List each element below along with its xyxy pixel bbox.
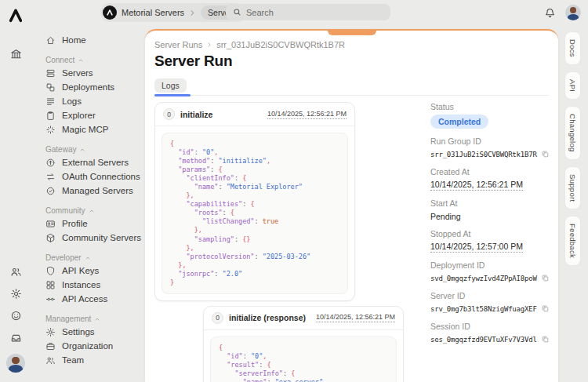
managed-icon [45,186,56,196]
inbox-icon [10,332,22,344]
log-card-header[interactable]: 0initialize (response)10/14/2025, 12:56:… [204,307,403,330]
log-card-initialize: 0initialize10/14/2025, 12:56:21 PM{ "id"… [154,102,355,301]
copy-icon[interactable] [541,150,550,158]
chevron-up-icon [85,255,91,261]
sidebar-item-magic-mcp[interactable]: Magic MCP [45,122,140,136]
workspace-logo [103,5,117,20]
chevron-up-icon [94,316,100,322]
content-row: 0initialize10/14/2025, 12:56:21 PM{ "id"… [145,102,558,382]
detail-field-created-at: Created At10/14/2025, 12:56:21 PM [430,167,550,191]
detail-label: Start At [430,198,550,208]
sidebar-item-servers[interactable]: Servers [45,66,140,80]
servers-icon [45,68,56,78]
copy-icon[interactable] [541,274,550,282]
sidebar-item-profile[interactable]: Profile [45,216,140,231]
rail-tab-changelog[interactable]: Changelog [564,106,581,160]
notifications-button[interactable] [544,7,556,19]
user-avatar[interactable] [565,5,581,20]
detail-label: Deployment ID [430,260,550,270]
search-input[interactable] [246,8,383,17]
team-icon [10,266,22,278]
workspace-breadcrumb[interactable]: Metorial Servers Servers [100,3,246,22]
sidebar-item-instances[interactable]: Instances [45,278,140,292]
sidebar-item-organization[interactable]: Organization [45,339,140,353]
sidebar-item-community-servers[interactable]: Community Servers [45,231,140,245]
members-rail-button[interactable] [10,266,22,278]
logs-icon [45,96,56,107]
organization-rail-button[interactable] [10,48,22,60]
settings-rail-button[interactable] [10,288,22,300]
chevron-up-icon [78,57,84,64]
search-box[interactable] [226,4,390,20]
main-card: Server Runs srr_031JuB2iS0CVBWQRtk1B7R S… [145,29,558,382]
detail-label: Status [430,102,550,111]
metorial-logo[interactable] [7,7,24,24]
page-title: Server Run [154,53,558,70]
sidebar-section-community[interactable]: Community [45,205,140,216]
log-timestamp: 10/14/2025, 12:56:21 PM [316,313,395,322]
sidebar-item-team[interactable]: Team [45,353,140,367]
sidebar-section-connect[interactable]: Connect [45,54,140,66]
breadcrumb: Server Runs srr_031JuB2iS0CVBWQRtk1B7R [154,40,558,49]
chevron-right-icon [206,42,212,48]
search-icon [233,8,241,16]
detail-field-stopped-at: Stopped At10/14/2025, 12:57:00 PM [430,229,550,253]
detail-field-run-group-id: Run Group IDsrr_031JuB2iS0CVBWQRtk1B7R [430,136,550,159]
log-card-body: { "id": "0", "result": { "serverInfo": {… [204,330,403,382]
sidebar-item-api-keys[interactable]: API Keys [45,264,140,278]
caret-logo-icon [7,7,24,24]
log-json-code: { "id": "0", "result": { "serverInfo": {… [210,337,397,382]
sidebar-item-deployments[interactable]: Deployments [45,80,140,94]
chevron-up-icon [79,147,85,153]
sidebar-section-management[interactable]: Management [45,313,140,325]
sidebar-item-managed-servers[interactable]: Managed Servers [45,184,140,198]
detail-field-start-at: Start AtPending [430,198,550,221]
log-sequence-badge: 0 [212,312,223,324]
user-avatar[interactable] [6,354,25,373]
instances-icon [45,280,56,290]
sidebar-item-settings[interactable]: Settings [45,325,140,339]
log-card-body: { "id": "0", "method": "initialize", "pa… [155,126,354,300]
sidebar-item-api-access[interactable]: API Access [45,292,140,306]
rail-tab-feedback[interactable]: Feedback [564,216,581,266]
active-tab-indicator [154,94,191,96]
sidebar-section-developer[interactable]: Developer [45,252,140,264]
tab-logs[interactable]: Logs [154,78,187,93]
detail-value: Completed [430,115,550,129]
caret-logo-icon [106,9,114,16]
breadcrumb-run-id: srr_031JuB2iS0CVBWQRtk1B7R [216,40,345,49]
log-card-header[interactable]: 0initialize10/14/2025, 12:56:21 PM [155,103,354,126]
tab-bar: Logs [154,78,549,96]
copy-icon[interactable] [541,304,550,313]
copy-icon[interactable] [541,335,550,344]
profile-icon [45,219,56,229]
briefcase-icon [45,341,56,351]
sidebar-item-logs[interactable]: Logs [45,94,140,108]
detail-field-server-id: Server IDsrv_0mg7b3lt58NzigWfuagXEF [430,291,550,314]
sidebar-item-explorer[interactable]: Explorer [45,108,140,122]
detail-value: svd_0mgqzfywzIvd4ZPpAI8poW [430,273,550,283]
left-icon-rail [0,0,31,382]
access-icon [45,294,56,304]
sidebar-item-oauth-connections[interactable]: OAuth Connections [45,169,140,184]
rail-tab-support[interactable]: Support [564,166,581,209]
log-title: initialize (response) [229,313,306,322]
team-icon [45,355,56,366]
rail-tab-docs[interactable]: Docs [564,31,581,65]
detail-label: Created At [430,167,550,176]
rail-tab-api[interactable]: API [564,71,581,100]
log-json-code: { "id": "0", "method": "initialize", "pa… [162,133,348,294]
sidebar-item-external-servers[interactable]: External Servers [45,155,140,169]
details-panel: StatusCompletedRun Group IDsrr_031JuB2iS… [430,102,550,382]
detail-value: Pending [430,211,550,221]
detail-value: 10/14/2025, 12:56:21 PM [430,180,550,191]
breadcrumb-root[interactable]: Server Runs [154,40,202,49]
feedback-rail-button[interactable] [10,310,22,322]
inbox-rail-button[interactable] [10,332,22,344]
sidebar-section-gateway[interactable]: Gateway [45,144,140,155]
external-icon [45,158,56,168]
detail-field-deployment-id: Deployment IDsvd_0mgqzfywzIvd4ZPpAI8poW [430,260,550,283]
bell-icon [544,7,556,19]
chevron-up-icon [89,208,95,214]
sidebar-item-home[interactable]: Home [45,33,140,47]
